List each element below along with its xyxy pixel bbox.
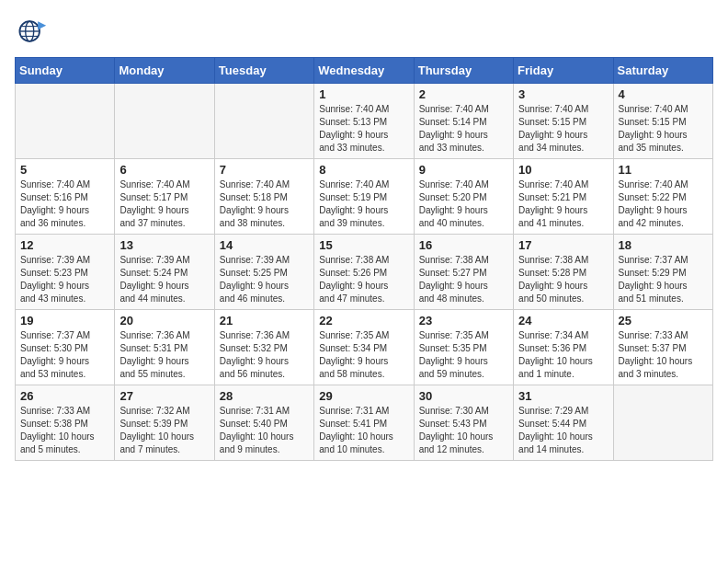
day-info: Sunrise: 7:40 AM Sunset: 5:17 PM Dayligh… [119,178,209,230]
day-number: 8 [319,163,408,177]
day-number: 11 [619,163,708,177]
calendar-cell: 19Sunrise: 7:37 AM Sunset: 5:30 PM Dayli… [16,310,115,385]
calendar-cell: 27Sunrise: 7:32 AM Sunset: 5:39 PM Dayli… [115,385,214,461]
calendar-cell: 11Sunrise: 7:40 AM Sunset: 5:22 PM Dayli… [613,159,712,235]
day-number: 19 [20,314,109,327]
logo-icon [15,15,48,48]
weekday-header-saturday: Saturday [613,58,712,84]
calendar-cell: 28Sunrise: 7:31 AM Sunset: 5:40 PM Dayli… [214,385,313,461]
day-info: Sunrise: 7:38 AM Sunset: 5:26 PM Dayligh… [319,254,408,305]
day-number: 18 [619,238,708,252]
day-number: 12 [20,238,109,252]
calendar-cell: 8Sunrise: 7:40 AM Sunset: 5:19 PM Daylig… [314,159,414,235]
day-number: 10 [518,163,608,177]
day-number: 27 [119,389,209,403]
day-number: 24 [518,314,608,327]
day-info: Sunrise: 7:35 AM Sunset: 5:35 PM Dayligh… [419,329,508,381]
calendar-cell [613,385,712,461]
calendar-week-1: 1Sunrise: 7:40 AM Sunset: 5:13 PM Daylig… [16,84,713,159]
day-info: Sunrise: 7:40 AM Sunset: 5:20 PM Dayligh… [419,178,508,230]
day-number: 26 [20,389,109,403]
day-info: Sunrise: 7:39 AM Sunset: 5:25 PM Dayligh… [220,254,309,305]
weekday-header-tuesday: Tuesday [214,58,313,84]
calendar-cell: 2Sunrise: 7:40 AM Sunset: 5:14 PM Daylig… [414,84,513,159]
day-info: Sunrise: 7:36 AM Sunset: 5:32 PM Dayligh… [220,329,309,381]
day-info: Sunrise: 7:38 AM Sunset: 5:28 PM Dayligh… [518,254,608,305]
calendar-week-3: 12Sunrise: 7:39 AM Sunset: 5:23 PM Dayli… [16,235,713,310]
calendar-cell: 24Sunrise: 7:34 AM Sunset: 5:36 PM Dayli… [514,310,613,385]
day-info: Sunrise: 7:31 AM Sunset: 5:41 PM Dayligh… [319,405,408,456]
calendar-cell: 18Sunrise: 7:37 AM Sunset: 5:29 PM Dayli… [613,235,712,310]
calendar-cell: 25Sunrise: 7:33 AM Sunset: 5:37 PM Dayli… [613,310,712,385]
day-info: Sunrise: 7:40 AM Sunset: 5:15 PM Dayligh… [518,103,608,155]
logo [15,15,53,48]
day-info: Sunrise: 7:29 AM Sunset: 5:44 PM Dayligh… [518,405,608,456]
weekday-header-friday: Friday [514,58,613,84]
calendar-cell: 15Sunrise: 7:38 AM Sunset: 5:26 PM Dayli… [314,235,414,310]
day-info: Sunrise: 7:37 AM Sunset: 5:29 PM Dayligh… [619,254,708,305]
day-number: 13 [119,238,209,252]
calendar-cell: 9Sunrise: 7:40 AM Sunset: 5:20 PM Daylig… [414,159,513,235]
calendar-cell: 22Sunrise: 7:35 AM Sunset: 5:34 PM Dayli… [314,310,414,385]
day-number: 16 [419,238,508,252]
calendar-cell: 31Sunrise: 7:29 AM Sunset: 5:44 PM Dayli… [514,385,613,461]
calendar-cell [214,84,313,159]
calendar-cell: 12Sunrise: 7:39 AM Sunset: 5:23 PM Dayli… [16,235,115,310]
day-number: 7 [220,163,309,177]
calendar-cell: 6Sunrise: 7:40 AM Sunset: 5:17 PM Daylig… [115,159,214,235]
day-number: 25 [619,314,708,327]
day-number: 21 [220,314,309,327]
calendar-cell: 5Sunrise: 7:40 AM Sunset: 5:16 PM Daylig… [16,159,115,235]
calendar-cell: 29Sunrise: 7:31 AM Sunset: 5:41 PM Dayli… [314,385,414,461]
day-info: Sunrise: 7:40 AM Sunset: 5:18 PM Dayligh… [220,178,309,230]
day-info: Sunrise: 7:33 AM Sunset: 5:37 PM Dayligh… [619,329,708,381]
calendar-cell: 13Sunrise: 7:39 AM Sunset: 5:24 PM Dayli… [115,235,214,310]
calendar-week-2: 5Sunrise: 7:40 AM Sunset: 5:16 PM Daylig… [16,159,713,235]
day-number: 5 [20,163,109,177]
day-number: 15 [319,238,408,252]
calendar-cell [16,84,115,159]
calendar-cell: 7Sunrise: 7:40 AM Sunset: 5:18 PM Daylig… [214,159,313,235]
day-info: Sunrise: 7:33 AM Sunset: 5:38 PM Dayligh… [20,405,109,456]
day-info: Sunrise: 7:40 AM Sunset: 5:14 PM Dayligh… [419,103,508,155]
day-number: 30 [419,389,508,403]
day-info: Sunrise: 7:36 AM Sunset: 5:31 PM Dayligh… [119,329,209,381]
day-info: Sunrise: 7:32 AM Sunset: 5:39 PM Dayligh… [119,405,209,456]
calendar-cell: 26Sunrise: 7:33 AM Sunset: 5:38 PM Dayli… [16,385,115,461]
day-number: 29 [319,389,408,403]
calendar-cell: 23Sunrise: 7:35 AM Sunset: 5:35 PM Dayli… [414,310,513,385]
day-info: Sunrise: 7:39 AM Sunset: 5:24 PM Dayligh… [119,254,209,305]
day-number: 22 [319,314,408,327]
day-info: Sunrise: 7:35 AM Sunset: 5:34 PM Dayligh… [319,329,408,381]
day-info: Sunrise: 7:40 AM Sunset: 5:15 PM Dayligh… [619,103,708,155]
day-info: Sunrise: 7:39 AM Sunset: 5:23 PM Dayligh… [20,254,109,305]
weekday-header-row: SundayMondayTuesdayWednesdayThursdayFrid… [16,58,713,84]
calendar-cell: 30Sunrise: 7:30 AM Sunset: 5:43 PM Dayli… [414,385,513,461]
day-number: 20 [119,314,209,327]
day-number: 14 [220,238,309,252]
day-number: 17 [518,238,608,252]
day-info: Sunrise: 7:30 AM Sunset: 5:43 PM Dayligh… [419,405,508,456]
day-info: Sunrise: 7:40 AM Sunset: 5:22 PM Dayligh… [619,178,708,230]
day-number: 1 [319,87,408,101]
day-info: Sunrise: 7:40 AM Sunset: 5:21 PM Dayligh… [518,178,608,230]
calendar-week-5: 26Sunrise: 7:33 AM Sunset: 5:38 PM Dayli… [16,385,713,461]
calendar-cell: 3Sunrise: 7:40 AM Sunset: 5:15 PM Daylig… [514,84,613,159]
calendar-cell: 20Sunrise: 7:36 AM Sunset: 5:31 PM Dayli… [115,310,214,385]
day-number: 28 [220,389,309,403]
calendar-cell: 14Sunrise: 7:39 AM Sunset: 5:25 PM Dayli… [214,235,313,310]
day-number: 4 [619,87,708,101]
page-header [15,15,713,48]
weekday-header-thursday: Thursday [414,58,513,84]
day-number: 31 [518,389,608,403]
day-info: Sunrise: 7:40 AM Sunset: 5:16 PM Dayligh… [20,178,109,230]
day-info: Sunrise: 7:31 AM Sunset: 5:40 PM Dayligh… [220,405,309,456]
calendar-cell: 21Sunrise: 7:36 AM Sunset: 5:32 PM Dayli… [214,310,313,385]
day-number: 3 [518,87,608,101]
calendar-table: SundayMondayTuesdayWednesdayThursdayFrid… [15,57,713,461]
calendar-cell [115,84,214,159]
weekday-header-monday: Monday [115,58,214,84]
calendar-cell: 4Sunrise: 7:40 AM Sunset: 5:15 PM Daylig… [613,84,712,159]
weekday-header-wednesday: Wednesday [314,58,414,84]
day-info: Sunrise: 7:40 AM Sunset: 5:13 PM Dayligh… [319,103,408,155]
